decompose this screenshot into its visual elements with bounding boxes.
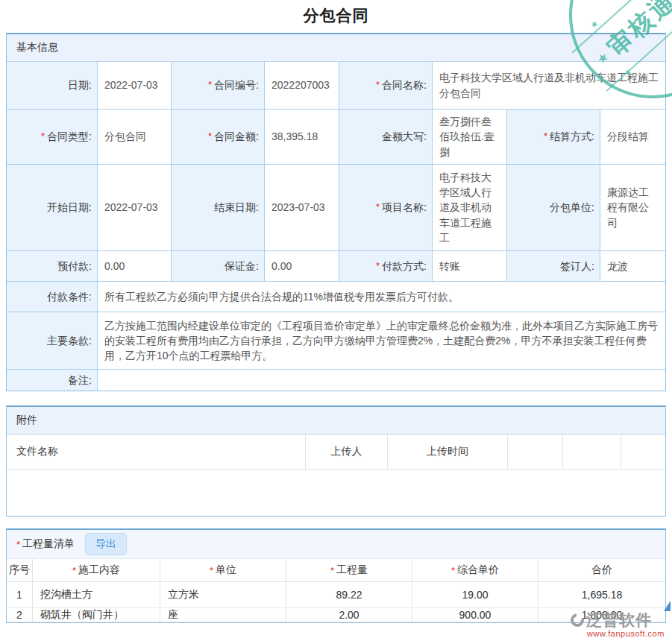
field-value-advance-payment: 0.00 (98, 251, 172, 282)
field-label-main-clauses: 主要条款: (7, 312, 98, 370)
section-title-attachments: 附件 (7, 407, 665, 435)
field-value-contract-no: 2022207003 (265, 62, 339, 110)
field-label-payment-terms: 付款条件: (7, 282, 98, 312)
boq-row-seq: 1 (7, 582, 33, 608)
attachments-col-uploader: 上传人 (306, 435, 388, 469)
watermark-url: www.fanpusoft.com (571, 629, 669, 638)
required-mark: * (376, 200, 380, 215)
export-button[interactable]: 导出 (85, 533, 127, 555)
required-mark: * (16, 539, 20, 550)
field-value-deposit: 0.00 (265, 251, 339, 282)
required-mark: * (330, 565, 334, 576)
field-label-settlement-method: *结算方式: (507, 110, 600, 165)
field-label-start-date: 开始日期: (7, 165, 98, 251)
field-value-signer: 龙波 (600, 251, 665, 282)
field-label-contract-amount: *合同金额: (172, 110, 265, 165)
boq-row-total-price: 1,800.00 (538, 608, 665, 622)
field-value-subcontract-unit: 康源达工程有限公司 (600, 165, 665, 251)
section-title-basic-info: 基本信息 (7, 34, 665, 62)
field-value-remark (98, 370, 665, 391)
required-mark: * (376, 259, 380, 274)
required-mark: * (72, 565, 76, 576)
attachments-col-file-name: 文件名称 (7, 435, 306, 469)
boq-row-content: 砌筑井（阀门井） (33, 608, 160, 622)
required-mark: * (376, 78, 380, 92)
field-value-main-clauses: 乙方按施工范围内经建设单位审定的《工程项目造价审定单》上的审定最终总价金额为准，… (98, 312, 665, 370)
field-value-amount-words: 叁万捌仟叁佰玖拾伍.壹捌 (433, 110, 507, 165)
boq-col-seq: 序号 (7, 559, 33, 582)
basic-info-table: 日期: 2022-07-03 *合同编号: 2022207003 *合同名称: … (7, 62, 665, 391)
field-value-contract-type: 分包合同 (98, 110, 172, 165)
required-mark: * (41, 130, 45, 144)
boq-row-quantity: 2.00 (286, 608, 412, 622)
field-label-subcontract-unit: 分包单位: (507, 165, 600, 251)
attachments-col-empty (563, 435, 621, 469)
attachments-table-header: 文件名称 上传人 上传时间 (7, 435, 665, 470)
boq-section: * 工程量清单 导出 序号 *施工内容 *单位 *工程量 *综合单价 合价 1 … (6, 528, 666, 623)
boq-row-unit-price: 900.00 (412, 608, 538, 622)
field-value-project-name: 电子科技大学区域人行道及非机动车道工程施工 (433, 165, 507, 251)
required-mark: * (210, 565, 213, 576)
field-label-end-date: 结束日期: (172, 165, 265, 251)
field-label-amount-words: 金额大写: (339, 110, 433, 165)
field-value-contract-amount: 38,395.18 (265, 110, 339, 165)
field-label-contract-no: *合同编号: (172, 62, 265, 110)
boq-row-unit-price: 19.00 (412, 582, 538, 608)
basic-info-section: 基本信息 日期: 2022-07-03 *合同编号: 2022207003 *合… (6, 33, 666, 391)
boq-col-unit-price: *综合单价 (412, 559, 538, 582)
boq-row-unit: 立方米 (160, 582, 286, 608)
required-mark: * (544, 130, 547, 144)
field-value-payment-terms: 所有工程款乙方必须向甲方提供合法合规的11%增值税专用发票后方可付款。 (98, 282, 665, 312)
field-value-contract-name: 电子科技大学区域人行道及非机动车道工程施工分包合同 (433, 62, 665, 110)
page-title: 分包合同 (0, 0, 672, 33)
attachments-section: 附件 文件名称 上传人 上传时间 (6, 405, 666, 517)
required-mark: * (451, 565, 455, 576)
boq-row-quantity: 89.22 (286, 582, 412, 608)
field-label-contract-name: *合同名称: (339, 62, 433, 110)
boq-toolbar: * 工程量清单 导出 (7, 530, 665, 559)
field-label-deposit: 保证金: (172, 251, 265, 282)
field-value-payment-method: 转账 (433, 251, 507, 282)
field-label-date: 日期: (7, 62, 98, 110)
field-label-remark: 备注: (7, 370, 98, 391)
boq-col-total-price: 合价 (538, 559, 665, 582)
boq-col-quantity: *工程量 (286, 559, 412, 582)
boq-row-unit: 座 (160, 608, 286, 622)
field-label-payment-method: *付款方式: (339, 251, 433, 282)
attachments-col-empty (508, 435, 563, 469)
field-label-contract-type: *合同类型: (7, 110, 98, 165)
section-title-boq: 工程量清单 (22, 537, 75, 551)
attachments-empty-body (7, 470, 665, 516)
boq-row-total-price: 1,695.18 (538, 582, 665, 608)
required-mark: * (208, 78, 212, 92)
boq-col-content: *施工内容 (33, 559, 160, 582)
boq-col-unit: *单位 (160, 559, 286, 582)
field-value-settlement-method: 分段结算 (600, 110, 665, 165)
field-value-end-date: 2023-07-03 (265, 165, 339, 251)
boq-row-seq: 2 (7, 608, 33, 622)
attachments-col-empty (621, 435, 665, 469)
field-label-project-name: *项目名称: (339, 165, 433, 251)
attachments-col-upload-time: 上传时间 (388, 435, 508, 469)
contract-detail-page: 分包合同 ★ ★ ★ ★ ★ ★ ★ 审核通过 基本信息 日期: 2022-07… (0, 0, 672, 638)
field-value-start-date: 2022-07-03 (98, 165, 172, 251)
field-value-date: 2022-07-03 (98, 62, 172, 110)
field-label-signer: 签订人: (507, 251, 600, 282)
boq-table: 序号 *施工内容 *单位 *工程量 *综合单价 合价 1 挖沟槽土方 立方米 8… (7, 559, 665, 622)
boq-row-content: 挖沟槽土方 (33, 582, 160, 608)
required-mark: * (208, 130, 212, 144)
field-label-advance-payment: 预付款: (7, 251, 98, 282)
